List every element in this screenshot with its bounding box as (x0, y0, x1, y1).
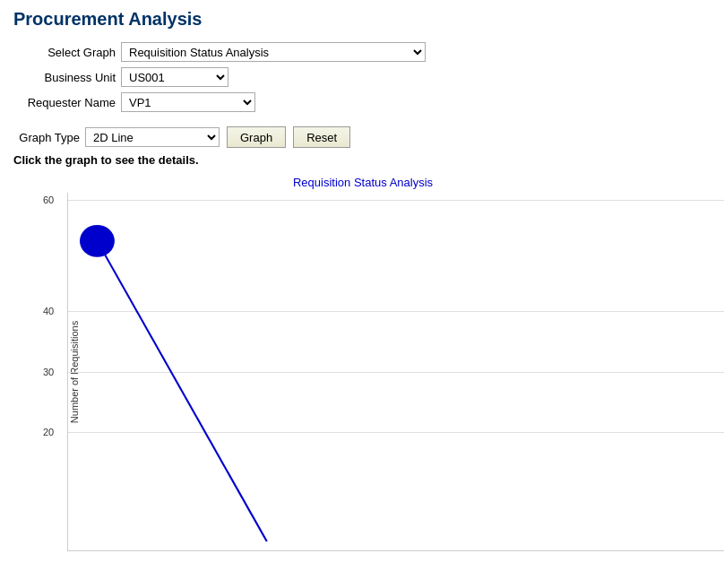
select-graph-label: Select Graph (13, 46, 121, 59)
page-container: Procurement Analysis Select Graph Requis… (0, 0, 724, 561)
chart-wrapper: Number of Requisitions 60 40 30 20 (67, 193, 712, 551)
form-section: Select Graph Requisition Status Analysis… (13, 42, 711, 112)
requester-name-row: Requester Name VP1 (13, 92, 711, 112)
chart-area[interactable]: Number of Requisitions 60 40 30 20 (67, 193, 724, 551)
select-graph-row: Select Graph Requisition Status Analysis (13, 42, 711, 62)
requester-name-label: Requester Name (13, 96, 121, 109)
graph-type-row: Graph Type 2D Line Graph Reset (13, 126, 711, 148)
reset-button[interactable]: Reset (293, 126, 350, 148)
chart-container: Requisition Status Analysis Number of Re… (13, 176, 712, 552)
business-unit-label: Business Unit (13, 71, 121, 84)
chart-title: Requisition Status Analysis (13, 176, 712, 189)
requester-name-dropdown[interactable]: VP1 (121, 92, 255, 112)
business-unit-row: Business Unit US001 (13, 67, 711, 87)
chart-line (97, 241, 266, 541)
page-title: Procurement Analysis (13, 9, 711, 30)
select-graph-dropdown[interactable]: Requisition Status Analysis (121, 42, 426, 62)
graph-type-dropdown[interactable]: 2D Line (85, 127, 220, 147)
business-unit-dropdown[interactable]: US001 (121, 67, 228, 87)
click-hint: Click the graph to see the details. (13, 153, 711, 167)
chart-dot[interactable] (80, 225, 115, 257)
graph-button[interactable]: Graph (227, 126, 286, 148)
graph-type-label: Graph Type (13, 131, 85, 144)
chart-svg (68, 193, 724, 550)
